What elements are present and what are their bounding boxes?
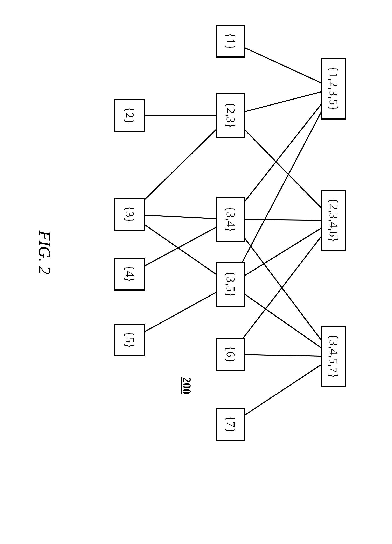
diagram-stage: {1,2,3,5}{2,3,4,6}{3,4,5,7}{1}{2,3}{3,4}… <box>0 0 392 544</box>
node-m3: {3,4} <box>216 197 245 242</box>
edge-m4-b2 <box>145 225 216 274</box>
edge-t3-m6 <box>245 365 321 415</box>
node-m6: {7} <box>216 408 245 441</box>
node-b2: {3} <box>114 198 145 231</box>
edge-m2-b2 <box>145 130 216 199</box>
figure-label: FIG. 2 <box>35 231 54 274</box>
edge-m3-b3 <box>145 227 216 266</box>
edge-t1-m4 <box>242 112 321 262</box>
node-t3: {3,4,5,7} <box>321 325 346 387</box>
edge-t3-m3 <box>245 239 321 340</box>
node-b3: {4} <box>114 258 145 290</box>
node-m1: {1} <box>216 25 245 58</box>
edge-t1-m2 <box>245 92 321 112</box>
edge-t3-m4 <box>245 295 321 348</box>
edge-m3-b2 <box>145 215 216 219</box>
node-b1: {2} <box>114 99 145 132</box>
edge-t2-m3 <box>245 220 321 220</box>
reference-number: 200 <box>180 377 193 394</box>
node-m4: {3,5} <box>216 262 245 307</box>
node-m2: {2,3} <box>216 93 245 138</box>
edge-t3-m5 <box>245 355 321 356</box>
node-t2: {2,3,4,6} <box>321 189 346 251</box>
node-m5: {6} <box>216 338 245 371</box>
edge-t1-m3 <box>245 104 321 201</box>
edge-m4-b4 <box>145 292 216 331</box>
edge-t1-m1 <box>245 48 321 83</box>
edge-t2-m2 <box>245 130 321 208</box>
edge-t2-m4 <box>245 228 321 275</box>
edge-t2-m5 <box>243 237 321 338</box>
node-t1: {1,2,3,5} <box>321 58 346 119</box>
node-b4: {5} <box>114 324 145 356</box>
